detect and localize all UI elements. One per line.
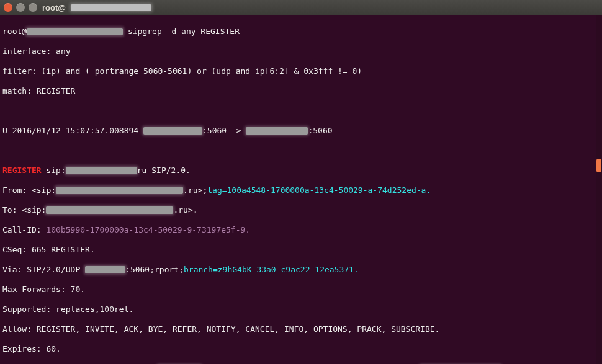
branch-value: branch=z9hG4bK-33a0-c9ac22-12ea5371. — [184, 265, 359, 274]
out-filter: filter: (ip) and ( portrange 5060-5061) … — [2, 66, 600, 76]
redacted-ip — [143, 127, 202, 135]
redacted-title-host — [71, 4, 151, 11]
terminal-content[interactable]: root@ sipgrep -d any REGISTER interface:… — [0, 15, 602, 364]
redacted-uri — [46, 206, 173, 214]
pkt1-allow: Allow: REGISTER, INVITE, ACK, BYE, REFER… — [2, 324, 600, 334]
pkt1-maxfwd: Max-Forwards: 70. — [2, 285, 600, 295]
from-tag: tag=100a4548-1700000a-13c4-50029-a-74d25… — [207, 185, 431, 195]
pkt1-via: Via: SIP/2.0/UDP :5060;rport;branch=z9hG… — [2, 265, 600, 275]
scrollbar-track[interactable] — [596, 15, 602, 364]
blank — [2, 146, 600, 156]
close-icon[interactable] — [4, 3, 12, 12]
pkt1-supported: Supported: replaces,100rel. — [2, 304, 600, 314]
pkt1-u-line: U 2016/01/12 15:07:57.008894 :5060 -> :5… — [2, 126, 600, 136]
window-titlebar: root@ — [0, 0, 602, 15]
redacted-ip — [85, 266, 125, 273]
pkt1-to: To: <sip:.ru>. — [2, 205, 600, 215]
prompt-line: root@ sipgrep -d any REGISTER — [2, 27, 600, 37]
window-title: root@ — [42, 3, 66, 12]
maximize-icon[interactable] — [29, 3, 37, 12]
redacted-ip — [246, 127, 308, 135]
prompt-user: root@ — [2, 27, 27, 36]
pkt1-register: REGISTER sip:ru SIP/2.0. — [2, 166, 600, 175]
pkt1-from: From: <sip:.ru>;tag=100a4548-1700000a-13… — [2, 185, 600, 195]
pkt1-cseq: CSeq: 665 REGISTER. — [2, 245, 600, 255]
minimize-icon[interactable] — [16, 3, 25, 12]
window-controls — [4, 3, 37, 12]
redacted-domain — [66, 167, 137, 174]
blank — [2, 106, 600, 116]
pkt1-expires: Expires: 60. — [2, 344, 600, 354]
scrollbar-thumb[interactable] — [596, 159, 601, 172]
register-keyword: REGISTER — [2, 166, 42, 175]
call-id-value: 100b5990-1700000a-13c4-50029-9-73197e5f-… — [46, 225, 250, 234]
redacted-uri — [56, 187, 183, 194]
cmd-text: sipgrep -d any REGISTER — [128, 27, 240, 36]
redacted-host — [27, 28, 123, 35]
out-match: match: REGISTER — [2, 86, 600, 96]
pkt1-callid: Call-ID: 100b5990-1700000a-13c4-50029-9-… — [2, 225, 600, 235]
out-interface: interface: any — [2, 47, 600, 56]
